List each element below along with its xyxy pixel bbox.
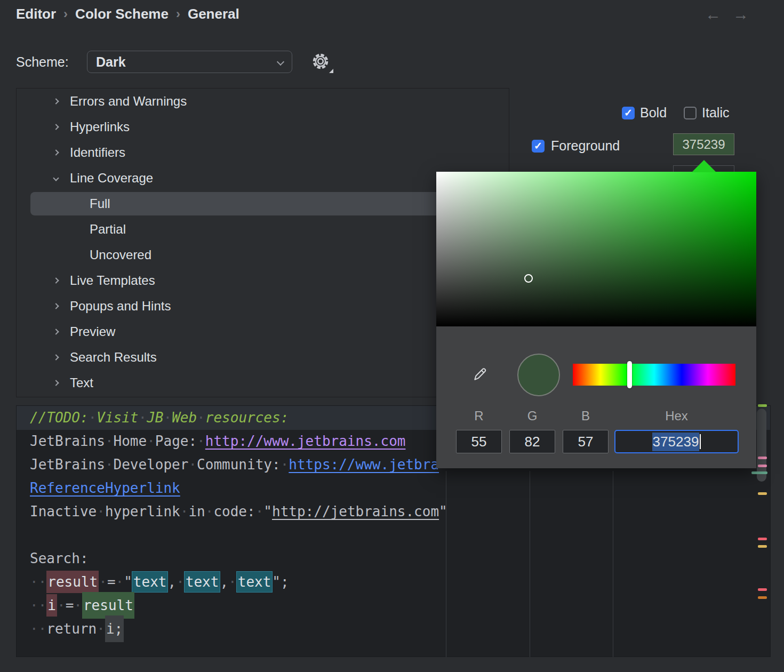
foreground-color-swatch[interactable]: 375239 (673, 133, 734, 155)
error-stripe-mark[interactable] (758, 596, 767, 599)
gradient-cursor-icon[interactable] (524, 274, 533, 283)
saturation-brightness-gradient[interactable] (436, 172, 756, 326)
tree-chevron-down-icon[interactable] (51, 176, 61, 180)
tree-item-live-templates[interactable]: Live Templates (17, 268, 509, 293)
tree-chevron-right-icon[interactable] (51, 150, 61, 155)
code-line: ReferenceHyperlink (30, 476, 670, 500)
code-segment: · (89, 410, 97, 426)
error-stripe-mark[interactable] (758, 545, 767, 548)
tree-chevron-right-icon[interactable] (51, 278, 61, 283)
tree-item-uncovered[interactable]: Uncovered (17, 242, 509, 268)
code-segment: JB (147, 410, 163, 426)
code-line: Search: (30, 547, 670, 570)
tree-chevron-right-icon[interactable] (51, 355, 61, 359)
tree-item-label: Uncovered (90, 247, 151, 262)
bold-checkbox[interactable]: ✓ (622, 107, 635, 119)
code-segment: JetBrains (30, 433, 105, 449)
code-segment: JetBrains (30, 457, 105, 473)
code-segment: http://www.jetbrains.com (205, 433, 406, 449)
code-segment: " (124, 574, 132, 590)
picked-color-preview (517, 354, 560, 396)
code-segment: ·· (30, 597, 46, 613)
code-segment: ·· (30, 621, 46, 637)
chevron-right-icon (53, 277, 59, 283)
red-label: R (456, 409, 502, 423)
tree-item-errors-and-warnings[interactable]: Errors and Warnings (17, 89, 509, 114)
margin-guide (530, 471, 530, 657)
green-value: 82 (525, 434, 540, 450)
chevron-right-icon (53, 303, 59, 309)
code-segment: text (132, 572, 168, 592)
code-segment: i (46, 594, 57, 617)
tree-item-label: Line Coverage (70, 171, 153, 186)
code-segment: · (228, 574, 237, 590)
eyedropper-button[interactable] (473, 365, 490, 382)
scrollbar-thumb[interactable] (757, 409, 766, 482)
gear-icon (311, 52, 330, 71)
tree-item-full[interactable]: Full (17, 191, 509, 217)
chevron-down-icon (277, 58, 284, 66)
code-line (30, 523, 670, 547)
code-segment: in (188, 503, 205, 519)
bold-label: Bold (640, 105, 667, 121)
tree-item-preview[interactable]: Preview (17, 319, 509, 345)
tree-item-search-results[interactable]: Search Results (17, 345, 509, 370)
scheme-dropdown[interactable]: Dark (87, 51, 292, 73)
blue-label: B (563, 409, 609, 423)
foreground-label: Foreground (551, 138, 620, 154)
code-segment: ReferenceHyperlink (30, 480, 180, 496)
code-segment: · (105, 433, 114, 449)
breadcrumb-general[interactable]: General (188, 6, 239, 22)
tree-item-partial[interactable]: Partial (17, 217, 509, 242)
tree-chevron-right-icon[interactable] (51, 125, 61, 129)
hue-slider-handle[interactable] (627, 361, 632, 388)
tree-item-hyperlinks[interactable]: Hyperlinks (17, 114, 509, 140)
gear-dropdown-corner-icon (329, 69, 333, 73)
hex-input[interactable]: 375239 (614, 430, 739, 453)
tree-item-popups-and-hints[interactable]: Popups and Hints (17, 293, 509, 319)
blue-input[interactable]: 57 (563, 430, 609, 453)
forward-arrow-icon[interactable]: → (733, 5, 749, 23)
code-line: ··i·=·result (30, 594, 670, 617)
code-line: Inactive·hyperlink·in·code:·"http://jetb… (30, 500, 670, 523)
code-line: ··return·i; (30, 617, 670, 641)
breadcrumb-color-scheme[interactable]: Color Scheme (75, 6, 169, 22)
tree-item-label: Preview (70, 324, 115, 339)
tree-item-identifiers[interactable]: Identifiers (17, 140, 509, 165)
error-stripe-mark[interactable] (758, 465, 767, 467)
error-stripe-mark[interactable] (758, 404, 767, 407)
breadcrumb-editor[interactable]: Editor (16, 6, 56, 22)
back-arrow-icon[interactable]: ← (705, 5, 721, 23)
hue-slider[interactable] (573, 364, 735, 386)
code-segment: · (116, 574, 124, 590)
tree-item-label: Search Results (70, 350, 157, 365)
code-segment: code: (213, 503, 255, 519)
scheme-row: Scheme: Dark (16, 51, 69, 73)
code-segment: = (107, 574, 116, 590)
scheme-settings-button[interactable] (311, 52, 332, 73)
code-segment: Developer (114, 457, 189, 473)
code-segment: · (188, 457, 197, 473)
tree-chevron-right-icon[interactable] (51, 381, 61, 385)
error-stripe-mark[interactable] (758, 588, 767, 591)
error-stripe-mark[interactable] (758, 457, 767, 459)
red-input[interactable]: 55 (456, 430, 502, 453)
error-stripe-mark[interactable] (758, 538, 767, 540)
code-segment: · (180, 503, 189, 519)
tree-item-line-coverage[interactable]: Line Coverage (17, 165, 509, 191)
tree-item-label: Hyperlinks (70, 119, 130, 134)
error-stripe-mark[interactable] (751, 471, 767, 474)
code-segment: Community: (197, 457, 281, 473)
tree-item-label: Full (90, 196, 110, 211)
italic-checkbox[interactable]: ✓ (684, 107, 697, 119)
breadcrumb-separator-icon: › (176, 6, 180, 21)
tree-chevron-right-icon[interactable] (51, 304, 61, 308)
error-stripe-mark[interactable] (758, 492, 767, 495)
tree-item-text[interactable]: Text (17, 370, 509, 396)
tree-chevron-right-icon[interactable] (51, 330, 61, 334)
foreground-checkbox[interactable]: ✓ (532, 140, 545, 153)
code-segment: https://www.jetbra (289, 457, 439, 473)
breadcrumb-separator-icon: › (63, 6, 68, 21)
tree-chevron-right-icon[interactable] (51, 99, 61, 103)
green-input[interactable]: 82 (509, 430, 555, 453)
